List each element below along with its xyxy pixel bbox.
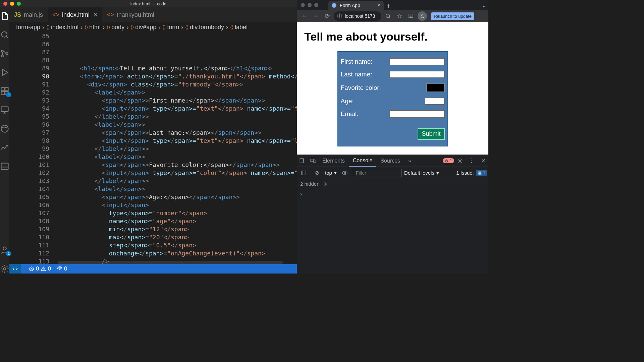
submit-button[interactable]: Submit <box>418 128 444 140</box>
chart-icon[interactable] <box>0 143 9 152</box>
nav-back-icon[interactable]: ← <box>300 11 309 21</box>
zoom-icon[interactable] <box>383 11 393 21</box>
devtools-close-icon[interactable]: ✕ <box>478 156 488 166</box>
site-info-icon[interactable]: ⓘ <box>337 13 342 19</box>
console-toolbar: ⊘ top ▾ Default levels ▾ 1 Issue: ▦ 1 <box>297 167 488 179</box>
gear-icon[interactable] <box>323 181 328 187</box>
install-app-icon[interactable] <box>406 11 416 21</box>
tab-overflow-icon[interactable]: ⌄ <box>479 0 488 10</box>
context-selector[interactable]: top ▾ <box>325 170 337 176</box>
breadcrumb-item[interactable]: ⟨⟩div#app <box>130 24 156 31</box>
breadcrumb-separator-icon: › <box>103 24 105 31</box>
omnibox[interactable]: ⓘ localhost:5173 <box>334 11 381 21</box>
chrome-zoom-icon[interactable] <box>314 3 318 7</box>
label-email: Email: <box>341 110 389 118</box>
search-icon[interactable] <box>0 30 9 40</box>
breadcrumb-item[interactable]: ⟨⟩body <box>107 24 124 31</box>
vscode-window: index.html — code 4 <box>0 0 297 274</box>
hidden-messages[interactable]: 2 hidden <box>297 179 488 189</box>
js-file-icon: JS <box>14 11 21 18</box>
html-file-icon: <> <box>52 11 59 18</box>
chrome-close-icon[interactable] <box>301 3 305 7</box>
issues-badge[interactable]: ▦ 1 <box>476 170 487 176</box>
breadcrumb-item[interactable]: ⟨⟩form <box>162 24 179 31</box>
status-problems[interactable]: 0 0 <box>29 265 51 272</box>
devtools-settings-icon[interactable] <box>455 156 466 166</box>
log-levels[interactable]: Default levels ▾ <box>404 170 439 176</box>
account-icon[interactable]: 1 <box>0 245 9 255</box>
editor-tab[interactable]: <>index.html× <box>48 7 102 22</box>
chrome-minimize-icon[interactable] <box>308 3 312 7</box>
close-window-icon[interactable] <box>3 2 7 6</box>
breadcrumb-item[interactable]: ⟨⟩html <box>85 24 101 31</box>
breadcrumb-item[interactable]: ⟨⟩label <box>230 24 248 31</box>
browser-tab[interactable]: Form App × <box>328 1 384 10</box>
line-gutter: 8586878889909192939495969798991001011021… <box>9 32 58 264</box>
breadcrumbs[interactable]: form-app›⟨⟩index.html›⟨⟩html›⟨⟩body›⟨⟩di… <box>9 22 297 32</box>
svg-rect-6 <box>1 92 4 95</box>
breadcrumb-separator-icon: › <box>126 24 128 31</box>
breadcrumb-item[interactable]: ⟨⟩index.html <box>46 24 78 31</box>
html-file-icon: <> <box>107 11 114 18</box>
element-icon: ⟨⟩ <box>46 24 50 30</box>
remote-indicator-icon[interactable] <box>9 264 21 274</box>
bookmark-icon[interactable]: ☆ <box>395 11 404 21</box>
minimize-window-icon[interactable] <box>10 2 14 6</box>
email-input[interactable] <box>389 110 445 118</box>
editor[interactable]: 8586878889909192939495969798991001011021… <box>9 32 297 264</box>
profile-avatar-icon[interactable] <box>418 11 427 21</box>
svg-rect-21 <box>311 159 314 162</box>
edge-tools-icon[interactable] <box>0 124 9 133</box>
breadcrumb-item[interactable]: ⟨⟩div.formbody <box>185 24 224 31</box>
device-toggle-icon[interactable] <box>308 156 318 166</box>
devtools: ElementsConsoleSources » ⊗ 1 ⋮ ✕ ⊘ top ▾… <box>297 155 488 274</box>
explorer-icon[interactable] <box>0 11 9 21</box>
zoom-window-icon[interactable] <box>17 2 21 6</box>
new-tab-button[interactable]: + <box>384 2 393 10</box>
panel-icon[interactable] <box>0 162 9 171</box>
last-name-input[interactable] <box>389 71 445 78</box>
favorite-color-input[interactable] <box>426 83 445 92</box>
chrome-menu-icon[interactable]: ⋮ <box>476 11 486 21</box>
toggle-sidebar-icon[interactable] <box>298 168 309 178</box>
remote-explorer-icon[interactable] <box>0 105 9 115</box>
tab-close-icon[interactable]: × <box>377 2 380 8</box>
breadcrumb-item[interactable]: form-app <box>16 24 40 31</box>
mac-titlebar: index.html — code <box>0 0 297 7</box>
editor-tab[interactable]: <>thankyou.html <box>102 7 159 22</box>
nav-forward-icon[interactable]: → <box>311 11 320 21</box>
filter-input[interactable] <box>353 169 401 177</box>
source-control-icon[interactable] <box>0 49 9 58</box>
age-input[interactable] <box>425 98 445 105</box>
tab-close-icon[interactable]: × <box>94 11 98 19</box>
svg-point-19 <box>422 15 423 16</box>
live-expression-icon[interactable] <box>339 168 350 178</box>
devtools-tab-sources[interactable]: Sources <box>376 155 404 167</box>
label-last-name: Last name: <box>341 71 389 78</box>
svg-rect-24 <box>301 171 306 175</box>
editor-tab[interactable]: JSmain.js <box>9 7 48 22</box>
console-output[interactable]: › <box>297 189 488 274</box>
extensions-icon[interactable]: 4 <box>0 86 9 96</box>
breadcrumb-separator-icon: › <box>42 24 44 31</box>
code-area[interactable]: ⌶ <h1</span>>Tell me about yourself.</sp… <box>58 32 297 264</box>
svg-point-17 <box>386 14 390 18</box>
settings-gear-icon[interactable] <box>0 264 9 274</box>
nav-reload-icon[interactable]: ⟳ <box>322 11 332 21</box>
form-divider <box>341 123 445 123</box>
devtools-tab-elements[interactable]: Elements <box>318 155 349 167</box>
clear-console-icon[interactable]: ⊘ <box>312 168 322 178</box>
svg-rect-5 <box>5 88 8 91</box>
inspect-element-icon[interactable] <box>297 156 308 166</box>
relaunch-button[interactable]: Relaunch to update <box>431 12 474 20</box>
more-tabs-icon[interactable]: » <box>404 156 415 166</box>
horizontal-scrollbar[interactable] <box>58 261 283 264</box>
first-name-input[interactable] <box>389 58 445 65</box>
run-debug-icon[interactable] <box>0 68 9 77</box>
devtools-tab-console[interactable]: Console <box>349 155 377 167</box>
tab-label: index.html <box>62 11 90 18</box>
status-ports[interactable]: 0 <box>57 265 67 272</box>
error-badge[interactable]: ⊗ 1 <box>443 158 454 163</box>
breadcrumb-separator-icon: › <box>80 24 83 31</box>
devtools-menu-icon[interactable]: ⋮ <box>466 156 477 166</box>
